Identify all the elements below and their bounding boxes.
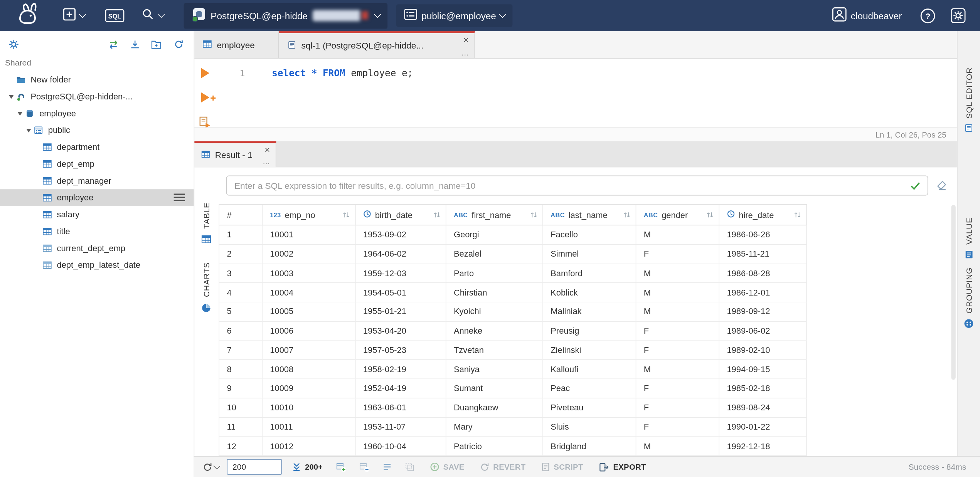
data-cell[interactable]: 1959-12-03 (355, 264, 446, 282)
refresh-result-button[interactable] (202, 462, 219, 472)
user-menu[interactable]: cloudbeaver (832, 7, 902, 24)
expand-chevron-icon[interactable] (15, 108, 25, 118)
result-tab[interactable]: Result - 1 × … (194, 141, 276, 166)
edit-value-icon[interactable] (382, 463, 392, 471)
data-cell[interactable]: Anneke (446, 321, 543, 340)
link-editor-icon[interactable] (107, 38, 119, 50)
revert-button[interactable]: REVERT (480, 462, 525, 472)
data-cell[interactable]: Bezalel (446, 245, 543, 263)
data-cell[interactable]: 10002 (263, 245, 356, 263)
tab-value-panel[interactable]: VALUE (958, 217, 980, 262)
data-cell[interactable]: Sluis (543, 418, 636, 436)
data-cell[interactable]: 1986-08-28 (719, 264, 807, 282)
data-cell[interactable]: F (636, 341, 719, 359)
data-cell[interactable]: 1989-08-24 (719, 398, 807, 417)
data-cell[interactable]: M (636, 225, 719, 244)
editor-tab-sql-1[interactable]: sql-1 (PostgreSQL@ep-hidde...×… (279, 31, 475, 58)
new-connection-button[interactable] (62, 7, 85, 24)
sort-icon[interactable] (530, 211, 537, 218)
settings-button[interactable] (950, 7, 966, 24)
data-cell[interactable]: 10012 (263, 437, 356, 455)
data-cell[interactable]: 10001 (263, 225, 356, 244)
tree-item-employee[interactable]: employee (0, 105, 194, 122)
editor-tab-employee[interactable]: employee (194, 31, 279, 58)
sql-code-line[interactable]: select * FROM employee e; (272, 67, 413, 79)
data-cell[interactable]: 1952-04-19 (355, 379, 446, 398)
data-cell[interactable]: 1989-09-12 (719, 302, 807, 321)
data-cell[interactable]: 1985-02-18 (719, 379, 807, 398)
tab-sql-editor-panel[interactable]: SQL EDITOR (958, 67, 980, 135)
data-cell[interactable]: 1955-01-21 (355, 302, 446, 321)
data-cell[interactable]: Bridgland (543, 437, 636, 455)
data-cell[interactable]: F (636, 379, 719, 398)
apply-filter-icon[interactable] (910, 181, 921, 192)
delete-row-icon[interactable] (359, 462, 369, 472)
drag-handle-icon[interactable] (174, 194, 185, 201)
data-cell[interactable]: F (636, 245, 719, 263)
export-button[interactable]: EXPORT (599, 462, 646, 472)
column-header-birth-date[interactable]: birth_date (355, 205, 446, 225)
data-cell[interactable]: 10004 (263, 283, 356, 302)
expand-chevron-icon[interactable] (24, 125, 34, 135)
data-cell[interactable]: 1953-11-07 (355, 418, 446, 436)
data-cell[interactable]: Kalloufi (543, 360, 636, 378)
row-limit-input[interactable] (227, 459, 282, 475)
data-cell[interactable]: 1994-09-15 (719, 360, 807, 378)
data-cell[interactable]: 1963-06-01 (355, 398, 446, 417)
tree-item-title[interactable]: title (0, 223, 194, 240)
refresh-tree-icon[interactable] (172, 38, 185, 50)
data-cell[interactable]: Chirstian (446, 283, 543, 302)
data-cell[interactable]: Kyoichi (446, 302, 543, 321)
data-cell[interactable]: Preusig (543, 321, 636, 340)
data-cell[interactable]: Parto (446, 264, 543, 282)
data-cell[interactable]: Sumant (446, 379, 543, 398)
data-cell[interactable]: Koblick (543, 283, 636, 302)
data-cell[interactable]: M (636, 264, 719, 282)
data-cell[interactable]: Tzvetan (446, 341, 543, 359)
sort-icon[interactable] (433, 211, 440, 218)
sort-icon[interactable] (794, 211, 801, 218)
data-cell[interactable]: Maliniak (543, 302, 636, 321)
tab-table-presentation[interactable]: TABLE (194, 202, 219, 247)
tree-item-salary[interactable]: salary (0, 206, 194, 223)
column-header-hire-date[interactable]: hire_date (719, 205, 807, 225)
data-cell[interactable]: 1989-06-02 (719, 321, 807, 340)
sort-icon[interactable] (706, 211, 714, 218)
grid-scrollbar[interactable] (951, 205, 955, 380)
data-cell[interactable]: 1990-01-22 (719, 418, 807, 436)
tree-item-department[interactable]: department (0, 139, 194, 156)
data-cell[interactable]: 10008 (263, 360, 356, 378)
tree-item-public[interactable]: public (0, 122, 194, 139)
sort-icon[interactable] (623, 211, 630, 218)
data-cell[interactable]: 1958-02-19 (355, 360, 446, 378)
tree-item-dept-manager[interactable]: dept_manager (0, 172, 194, 189)
data-cell[interactable]: 1986-06-26 (719, 225, 807, 244)
data-cell[interactable]: M (636, 360, 719, 378)
fetch-more-button[interactable]: 200+ (292, 462, 323, 472)
column-header-gender[interactable]: ABCgender (636, 205, 719, 225)
help-button[interactable]: ? (919, 7, 936, 24)
data-cell[interactable]: 1964-06-02 (355, 245, 446, 263)
expand-chevron-icon[interactable] (6, 92, 16, 102)
close-tab-icon[interactable]: × (463, 35, 469, 44)
data-cell[interactable]: 10011 (263, 418, 356, 436)
new-folder-icon[interactable] (151, 38, 163, 50)
data-cell[interactable]: 10010 (263, 398, 356, 417)
data-cell[interactable]: Bamford (543, 264, 636, 282)
data-cell[interactable]: 10003 (263, 264, 356, 282)
connection-search-button[interactable] (141, 7, 163, 24)
data-cell[interactable]: 1992-12-18 (719, 437, 807, 455)
data-cell[interactable]: 1953-04-20 (355, 321, 446, 340)
tree-item-new-folder[interactable]: New folder (0, 71, 194, 88)
close-result-icon[interactable]: × (264, 145, 270, 154)
data-cell[interactable]: 10005 (263, 302, 356, 321)
sort-icon[interactable] (342, 211, 350, 218)
data-cell[interactable]: M (636, 283, 719, 302)
data-cell[interactable]: 1989-02-10 (719, 341, 807, 359)
filter-input[interactable] (226, 176, 928, 196)
tab-grouping-panel[interactable]: GROUPING (958, 267, 980, 331)
data-cell[interactable]: 10006 (263, 321, 356, 340)
data-cell[interactable]: 10007 (263, 341, 356, 359)
tab-menu-icon[interactable]: … (461, 49, 468, 57)
execute-new-tab-icon[interactable] (200, 92, 217, 106)
